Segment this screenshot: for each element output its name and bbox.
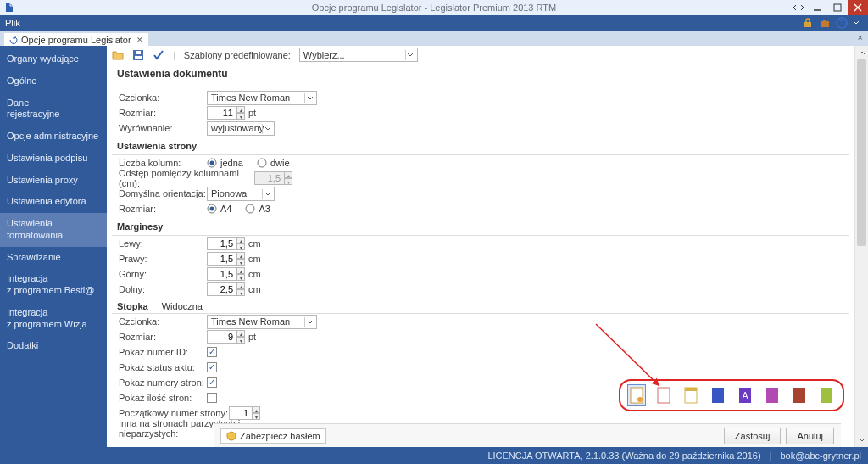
help-icon[interactable]: ? bbox=[836, 17, 848, 29]
svg-rect-20 bbox=[658, 388, 670, 403]
m-top-spinner[interactable]: ▴▾ bbox=[236, 267, 245, 281]
svg-rect-10 bbox=[135, 56, 142, 59]
sidebar-item-admin[interactable]: Opcje administracyjne bbox=[0, 126, 107, 148]
tab-close-icon[interactable]: ✕ bbox=[136, 36, 143, 44]
restore-down-icon[interactable] bbox=[790, 0, 807, 15]
size-spinner[interactable]: ▴▾ bbox=[236, 106, 245, 120]
template-icon-7[interactable] bbox=[790, 384, 809, 406]
menubar: Plik ? bbox=[0, 15, 868, 31]
f-font-select[interactable]: Times New Roman bbox=[207, 315, 317, 329]
template-icon-5[interactable]: A bbox=[736, 384, 754, 406]
chevron-down-icon bbox=[262, 124, 272, 134]
close-button[interactable] bbox=[848, 0, 868, 15]
sidebar-item-proxy[interactable]: Ustawienia proxy bbox=[0, 170, 107, 192]
m-left-spinner[interactable]: ▴▾ bbox=[236, 237, 245, 250]
m-bottom-spinner[interactable]: ▴▾ bbox=[236, 282, 245, 296]
font-select[interactable]: Times New Roman bbox=[207, 91, 317, 105]
font-label: Czcionka: bbox=[112, 92, 207, 103]
shield-icon bbox=[226, 431, 236, 441]
m-top-input[interactable] bbox=[207, 267, 237, 281]
section-page-title: Ustawienia strony bbox=[112, 137, 849, 155]
tab-strip: Opcje programu Legislator ✕ × bbox=[0, 31, 868, 46]
sidebar-item-dane[interactable]: Dane rejestracyjne bbox=[0, 92, 107, 126]
svg-rect-1 bbox=[834, 4, 841, 11]
svg-point-19 bbox=[637, 397, 643, 402]
template-icon-4[interactable] bbox=[709, 384, 727, 406]
scroll-up-icon[interactable] bbox=[855, 46, 868, 59]
align-label: Wyrównanie: bbox=[112, 123, 207, 133]
template-icon-3[interactable] bbox=[682, 384, 700, 406]
show-id-label: Pokaż numer ID: bbox=[112, 347, 207, 357]
size-label: Rozmiar: bbox=[112, 108, 207, 118]
apply-button[interactable]: Zastosuj bbox=[724, 428, 782, 444]
templates-select[interactable]: Wybierz... bbox=[299, 48, 418, 62]
tab-options[interactable]: Opcje programu Legislator ✕ bbox=[3, 32, 149, 46]
align-select[interactable]: wyjustowany bbox=[207, 121, 275, 136]
sidebar-item-organy[interactable]: Organy wydające bbox=[0, 48, 107, 70]
size-unit: pt bbox=[248, 108, 256, 118]
lock-icon[interactable] bbox=[802, 17, 814, 29]
template-icon-2[interactable] bbox=[654, 384, 673, 406]
a3-radio[interactable]: A3 bbox=[245, 204, 270, 214]
size-input[interactable] bbox=[207, 106, 237, 120]
show-status-check[interactable] bbox=[207, 362, 217, 372]
show-pages-label: Pokaż numery stron: bbox=[112, 377, 207, 388]
template-icon-6[interactable] bbox=[763, 384, 782, 406]
briefcase-icon[interactable] bbox=[819, 17, 831, 29]
section-footer-title: Stopka Widoczna bbox=[112, 299, 849, 314]
sidebar-item-podpis[interactable]: Ustawienia podpisu bbox=[0, 148, 107, 170]
folder-open-icon[interactable] bbox=[112, 49, 124, 61]
m-right-input[interactable] bbox=[207, 252, 237, 266]
chevron-down-icon bbox=[262, 189, 272, 199]
check-icon[interactable] bbox=[153, 49, 164, 61]
svg-rect-22 bbox=[685, 388, 697, 391]
colgap-label: Odstęp pomiędzy kolumnami (cm): bbox=[112, 168, 254, 188]
m-right-spinner[interactable]: ▴▾ bbox=[236, 252, 245, 266]
templates-value: Wybierz... bbox=[303, 50, 345, 60]
sidebar: Organy wydające Ogólne Dane rejestracyjn… bbox=[0, 46, 107, 447]
f-size-spinner[interactable]: ▴▾ bbox=[236, 330, 245, 344]
a4-radio[interactable]: A4 bbox=[207, 204, 231, 214]
svg-text:?: ? bbox=[839, 19, 843, 27]
menu-file[interactable]: Plik bbox=[5, 18, 20, 28]
sidebar-item-edytora[interactable]: Ustawienia edytora bbox=[0, 191, 107, 213]
f-size-label: Rozmiar: bbox=[112, 332, 207, 342]
m-top-label: Górny: bbox=[112, 269, 207, 279]
show-count-check[interactable] bbox=[207, 393, 217, 403]
cancel-button[interactable]: Anuluj bbox=[786, 428, 834, 444]
secure-button[interactable]: Zabezpiecz hasłem bbox=[220, 428, 326, 444]
sidebar-item-format[interactable]: Ustawienia formatowania bbox=[0, 213, 107, 247]
scroll-down-icon[interactable] bbox=[855, 433, 868, 447]
svg-rect-6 bbox=[823, 20, 826, 21]
dropdown-icon[interactable] bbox=[853, 17, 865, 29]
vertical-scrollbar[interactable] bbox=[854, 46, 868, 447]
sidebar-item-besti[interactable]: Integracja z programem Besti@ bbox=[0, 268, 107, 302]
sidebar-item-ogolne[interactable]: Ogólne bbox=[0, 70, 107, 92]
minimize-button[interactable] bbox=[807, 0, 827, 15]
col-one-radio[interactable]: jedna bbox=[207, 158, 243, 168]
template-icon-1[interactable] bbox=[627, 384, 646, 406]
svg-point-13 bbox=[210, 161, 214, 165]
f-size-input[interactable] bbox=[207, 330, 237, 344]
m-right-label: Prawy: bbox=[112, 254, 207, 264]
orient-select[interactable]: Pionowa bbox=[207, 187, 275, 201]
section-doc-title: Ustawienia dokumentu bbox=[112, 64, 849, 83]
sidebar-item-dodatki[interactable]: Dodatki bbox=[0, 335, 107, 357]
window-title: Opcje programu Legislator - Legislator P… bbox=[0, 3, 868, 13]
template-icon-8[interactable] bbox=[817, 384, 836, 406]
m-left-input[interactable] bbox=[207, 237, 237, 250]
svg-rect-27 bbox=[793, 388, 805, 403]
col-two-radio[interactable]: dwie bbox=[257, 158, 290, 168]
refresh-icon bbox=[9, 36, 18, 44]
save-icon[interactable] bbox=[132, 49, 144, 61]
tabstrip-close-icon[interactable]: × bbox=[858, 32, 863, 42]
show-pages-check[interactable] bbox=[207, 377, 217, 388]
sidebar-item-wizja[interactable]: Integracja z programem Wizja bbox=[0, 302, 107, 336]
scroll-thumb[interactable] bbox=[857, 59, 866, 246]
show-id-check[interactable] bbox=[207, 347, 217, 357]
sidebar-item-sprawdzanie[interactable]: Sprawdzanie bbox=[0, 247, 107, 269]
menubar-actions: ? bbox=[802, 15, 865, 31]
section-margins-title: Marginesy bbox=[112, 218, 849, 236]
maximize-button[interactable] bbox=[827, 0, 848, 15]
m-bottom-input[interactable] bbox=[207, 282, 237, 296]
